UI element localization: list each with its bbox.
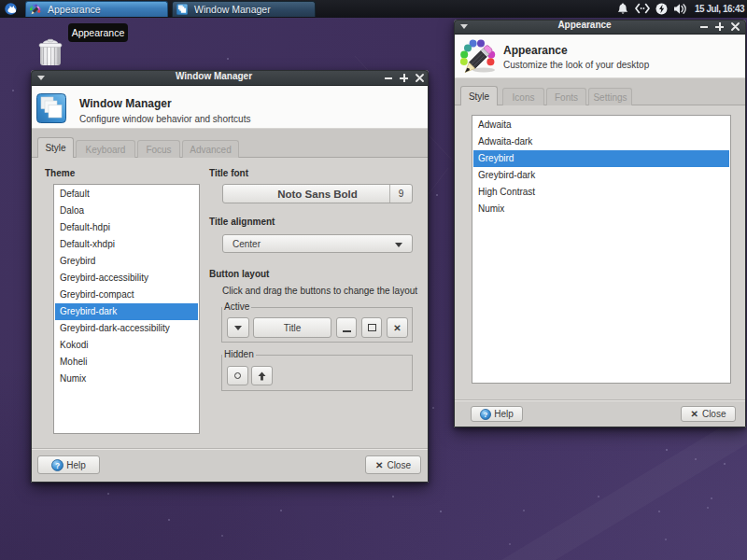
svg-text:?: ? xyxy=(55,460,60,469)
svg-text:?: ? xyxy=(484,410,488,418)
